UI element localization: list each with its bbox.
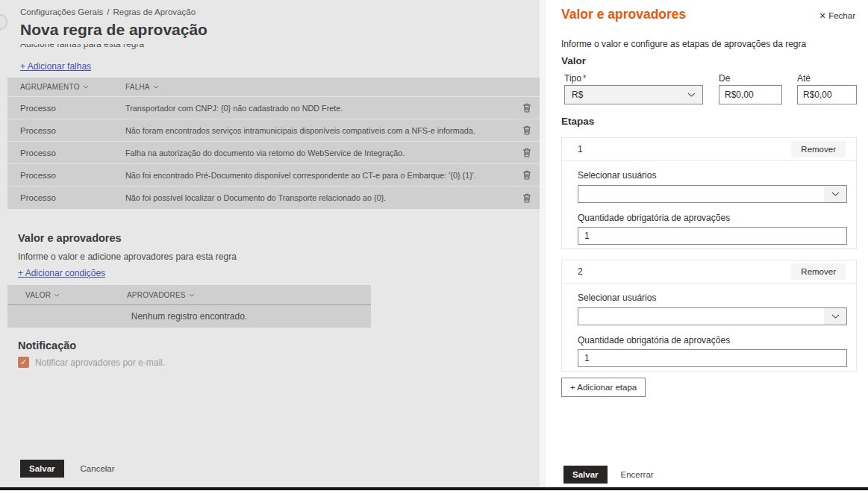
notify-checkbox[interactable]: ✓ — [18, 357, 29, 368]
selecionar-usuarios-dropdown[interactable] — [578, 185, 847, 203]
falha-table-row: ProcessoTransportador com CNPJ: {0} não … — [7, 97, 540, 119]
panel-footer: Salvar Encerrar — [563, 466, 654, 484]
chevron-down-icon — [54, 293, 60, 297]
de-label: De — [719, 73, 730, 84]
quantidade-input[interactable] — [578, 227, 847, 245]
falha-description-cell: Não foi encontrado Pré-Documento disponí… — [125, 171, 514, 180]
notificacao-title: Notificação — [18, 340, 76, 351]
falha-agrupamento-cell: Processo — [7, 148, 125, 157]
falhas-table: AGRUPAMENTO FALHA ProcessoTransportador … — [7, 78, 540, 209]
valor-section-description: Informe o valor e adicione aprovadores p… — [18, 251, 237, 262]
breadcrumb-separator: / — [107, 7, 109, 16]
app-window: Configurações Gerais/Regras de Aprovação… — [0, 0, 868, 491]
falhas-table-header: AGRUPAMENTO FALHA — [7, 78, 540, 97]
etapa-number: 2 — [578, 266, 583, 277]
trash-icon — [522, 170, 531, 180]
falha-agrupamento-cell: Processo — [7, 193, 125, 202]
tipo-dropdown[interactable]: R$ — [564, 85, 703, 104]
notificacao-checkbox-row: ✓ Notificar aprovadores por e-mail. — [18, 357, 165, 368]
chevron-down-icon — [83, 85, 89, 89]
breadcrumb: Configurações Gerais/Regras de Aprovação — [20, 7, 196, 16]
falhas-table-body: ProcessoTransportador com CNPJ: {0} não … — [7, 97, 540, 209]
etapa-card-body: Selecionar usuáriosQuantidade obrigatóri… — [562, 284, 856, 367]
encerrar-button[interactable]: Encerrar — [621, 470, 654, 479]
selecionar-usuarios-label: Selecionar usuários — [578, 170, 848, 181]
cancel-button[interactable]: Cancelar — [81, 464, 115, 473]
main-content-area: Configurações Gerais/Regras de Aprovação… — [0, 0, 540, 488]
valor-table-header: VALOR APROVADORES — [7, 285, 371, 305]
delete-falha-button[interactable] — [514, 148, 540, 157]
chevron-down-icon — [824, 308, 846, 325]
breadcrumb-item-regras[interactable]: Regras de Aprovação — [113, 7, 196, 16]
close-panel-button[interactable]: × Fechar — [819, 11, 855, 20]
page-title: Nova regra de aprovação — [20, 21, 207, 39]
etapa-card-header: 2Remover — [562, 260, 856, 284]
steps-container: 1RemoverSelecionar usuáriosQuantidade ob… — [561, 137, 857, 382]
column-header-valor[interactable]: VALOR — [7, 291, 127, 299]
adicionar-etapa-button[interactable]: + Adicionar etapa — [561, 378, 646, 397]
chevron-down-icon — [687, 93, 696, 97]
chevron-down-icon — [824, 186, 846, 202]
falha-table-row: ProcessoFalha na autorização do document… — [7, 142, 540, 164]
falha-table-row: ProcessoNão foram encontrados serviços i… — [7, 119, 540, 142]
ate-input[interactable] — [797, 85, 857, 104]
de-input[interactable] — [719, 85, 782, 104]
falha-description-cell: Não foram encontrados serviços intramuni… — [125, 126, 514, 135]
close-icon: × — [819, 12, 825, 20]
falha-description-cell: Transportador com CNPJ: {0} não cadastra… — [125, 104, 514, 113]
quantidade-input[interactable] — [578, 349, 847, 367]
tipo-label: Tipo* — [564, 73, 587, 84]
etapa-number: 1 — [578, 144, 583, 154]
quantidade-label: Quantidade obrigatória de aprovações — [578, 213, 848, 223]
clipped-subtitle: Adicione falhas para esta regra — [20, 44, 144, 51]
delete-falha-button[interactable] — [514, 125, 540, 135]
scrollbar-track[interactable] — [540, 0, 546, 488]
edge-widget — [0, 14, 7, 30]
trash-icon — [522, 125, 531, 135]
valor-aprovadores-panel: Valor e aprovadores × Fechar Informe o v… — [546, 0, 868, 488]
column-header-agrupamento[interactable]: AGRUPAMENTO — [7, 83, 125, 91]
falha-agrupamento-cell: Processo — [7, 104, 125, 113]
panel-save-button[interactable]: Salvar — [563, 466, 608, 484]
notify-checkbox-label: Notificar aprovadores por e-mail. — [35, 357, 165, 368]
chevron-down-icon — [153, 85, 159, 89]
panel-description: Informe o valor e configure as etapas de… — [561, 39, 806, 49]
remover-etapa-button[interactable]: Remover — [791, 263, 846, 280]
trash-icon — [522, 103, 531, 113]
delete-falha-button[interactable] — [514, 103, 540, 113]
delete-falha-button[interactable] — [514, 193, 540, 203]
required-asterisk: * — [583, 73, 587, 84]
breadcrumb-item-configuracoes[interactable]: Configurações Gerais — [20, 7, 103, 16]
delete-falha-button[interactable] — [514, 170, 540, 180]
chevron-down-icon — [189, 293, 195, 297]
selecionar-usuarios-dropdown[interactable] — [578, 307, 847, 325]
trash-icon — [522, 193, 531, 203]
bottom-bar — [0, 487, 868, 490]
valor-section-title: Valor e aprovadores — [18, 232, 122, 244]
valor-heading: Valor — [561, 55, 586, 66]
falha-agrupamento-cell: Processo — [7, 171, 125, 180]
empty-table-message: Nenhum registro encontrado. — [7, 305, 371, 328]
etapa-card: 2RemoverSelecionar usuáriosQuantidade ob… — [561, 260, 857, 372]
adicionar-condicoes-link[interactable]: + Adicionar condições — [18, 268, 105, 278]
column-header-falha[interactable]: FALHA — [125, 83, 540, 91]
falha-table-row: ProcessoNão foi possível localizar o Doc… — [7, 187, 540, 209]
quantidade-label: Quantidade obrigatória de aprovações — [578, 335, 848, 345]
falha-description-cell: Falha na autorização do documento via re… — [125, 148, 514, 157]
main-footer: Salvar Cancelar — [20, 460, 115, 478]
etapas-heading: Etapas — [561, 116, 594, 127]
column-header-aprovadores[interactable]: APROVADORES — [127, 291, 371, 299]
panel-title: Valor e aprovadores — [561, 7, 686, 22]
etapa-card: 1RemoverSelecionar usuáriosQuantidade ob… — [561, 137, 857, 249]
valor-table: VALOR APROVADORES Nenhum registro encont… — [7, 285, 371, 328]
falha-agrupamento-cell: Processo — [7, 126, 125, 135]
save-button[interactable]: Salvar — [20, 460, 64, 478]
selecionar-usuarios-label: Selecionar usuários — [578, 293, 848, 303]
falha-table-row: ProcessoNão foi encontrado Pré-Documento… — [7, 164, 540, 187]
etapa-card-header: 1Remover — [562, 138, 856, 161]
etapa-card-body: Selecionar usuáriosQuantidade obrigatóri… — [562, 161, 856, 245]
trash-icon — [522, 148, 531, 157]
adicionar-falhas-link[interactable]: + Adicionar falhas — [20, 61, 91, 72]
falha-description-cell: Não foi possível localizar o Documento d… — [125, 193, 514, 202]
remover-etapa-button[interactable]: Remover — [791, 141, 846, 157]
